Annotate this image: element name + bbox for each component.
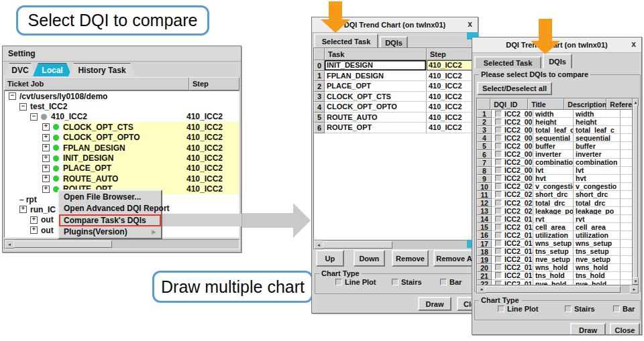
tree-row[interactable]: +PLACE_OPT410_ICC2 xyxy=(5,163,239,174)
tree-expander-icon[interactable]: + xyxy=(42,134,50,141)
scrollbar-thumb[interactable] xyxy=(633,105,638,278)
tree-expander-icon[interactable]: + xyxy=(42,155,50,162)
dqi-table-row[interactable]: 21ICC2_017tns_holdtns_hold xyxy=(477,272,633,280)
checkbox-icon[interactable] xyxy=(495,135,502,141)
chart-type-option-stairs[interactable]: Stairs xyxy=(390,278,422,286)
tree-expander-icon[interactable]: + xyxy=(42,175,50,182)
tree-expander-icon[interactable]: + xyxy=(30,237,38,238)
chart-type-option-stairs[interactable]: Stairs xyxy=(564,305,595,313)
checkbox-icon[interactable] xyxy=(392,279,398,285)
dqi-table-row[interactable]: 10ICC2_020v_congestiov_congestio xyxy=(477,183,633,191)
tree-row[interactable]: −test_ICC2 xyxy=(5,101,239,111)
tree-expander-icon[interactable]: − xyxy=(30,113,38,121)
checkbox-icon[interactable] xyxy=(495,224,502,230)
menu-item-plugins-version[interactable]: Plugins(Version)▶ xyxy=(59,226,161,238)
chart-type-option-bar[interactable]: Bar xyxy=(612,305,635,313)
close-icon[interactable]: x xyxy=(631,40,636,49)
tree-row[interactable]: +FPLAN_DESIGN410_ICC2 xyxy=(5,143,239,153)
checkbox-icon[interactable] xyxy=(495,232,502,238)
task-table-row[interactable]: 6ROUTE_OPT410_ICC2 xyxy=(314,123,478,133)
tab-history-task[interactable]: History Task xyxy=(68,63,136,76)
close-button[interactable]: Close xyxy=(610,323,640,335)
tree-expander-icon[interactable]: − xyxy=(19,103,27,111)
dqi-table-row[interactable]: 18ICC2_014tns_setuptns_setup xyxy=(477,248,633,256)
tree-row[interactable]: +ROUTE_AUTO410_ICC2 xyxy=(5,174,239,184)
dqi-table-row[interactable]: 15ICC2_011cell_areacell_area xyxy=(477,223,633,231)
dqi-table-row[interactable]: 19ICC2_015nve_setupnve_setup xyxy=(477,256,633,264)
tab-local[interactable]: Local xyxy=(33,63,72,76)
task-table-row[interactable]: 4CLOCK_OPT_OPTO410_ICC2 xyxy=(314,102,478,113)
scroll-down-icon[interactable]: ▼ xyxy=(633,277,639,285)
tree-expander-icon[interactable]: + xyxy=(42,123,50,131)
tab-selected-task[interactable]: Selected Task xyxy=(474,56,541,68)
task-table-row[interactable]: 2PLACE_OPT410_ICC2 xyxy=(314,81,478,92)
checkbox-icon[interactable] xyxy=(335,279,342,285)
scroll-left-icon[interactable]: ◄ xyxy=(314,241,323,249)
up-button[interactable]: Up xyxy=(316,250,344,267)
task-table-row[interactable]: 1FPLAN_DESIGN410_ICC2 xyxy=(314,71,478,82)
dqi-table-row[interactable]: 20ICC2_016wns_holdwns_hold xyxy=(477,264,633,272)
dqi-table-row[interactable]: 14ICC2_010rvtrvt xyxy=(477,215,633,223)
checkbox-icon[interactable] xyxy=(495,111,502,117)
task-table-row[interactable]: 5ROUTE_AUTO410_ICC2 xyxy=(314,113,478,123)
scrollbar-thumb[interactable] xyxy=(13,241,112,248)
dqi-table-row[interactable]: 3ICC2_003total_leaf_ctotal_leaf_c xyxy=(477,126,633,134)
checkbox-icon[interactable] xyxy=(495,167,502,174)
checkbox-icon[interactable] xyxy=(495,151,502,157)
scroll-left-icon[interactable]: ◄ xyxy=(5,240,14,249)
dqi-table-row[interactable]: 9ICC2_009hvthvt xyxy=(477,175,633,183)
task-table-row[interactable]: 3CLOCK_OPT_CTS410_ICC2 xyxy=(314,92,478,103)
dqi-table-row[interactable]: 6ICC2_006inverterinverter xyxy=(477,150,633,158)
scrollbar-thumb[interactable] xyxy=(323,241,392,249)
tab-selected-task[interactable]: Selected Task xyxy=(314,33,378,48)
dqi-table-row[interactable]: 13ICC2_023leakage_poleakage_po xyxy=(477,207,633,215)
checkbox-icon[interactable] xyxy=(495,119,502,125)
tree-expander-icon[interactable]: − xyxy=(9,92,16,100)
dqi-table-row[interactable]: 11ICC2_021short_drcshort_drc xyxy=(477,191,633,199)
dqi-table-row[interactable]: 1ICC2_001widthwidth xyxy=(477,110,633,118)
close-icon[interactable]: x xyxy=(468,19,472,29)
tree-row[interactable]: +CLOCK_OPT_CTS410_ICC2 xyxy=(5,122,239,132)
checkbox-icon[interactable] xyxy=(495,240,502,247)
tree-expander-icon[interactable]: + xyxy=(30,226,38,234)
dqi-table-row[interactable]: 4ICC2_004sequentialsequential xyxy=(477,134,633,142)
checkbox-icon[interactable] xyxy=(613,305,620,312)
dqi-table-row[interactable]: 8ICC2_008lvtlvt xyxy=(477,167,633,175)
dqi-table-row[interactable]: 16ICC2_012utilizationutilization xyxy=(477,231,633,239)
checkbox-icon[interactable] xyxy=(498,305,504,312)
checkbox-icon[interactable] xyxy=(495,248,502,255)
chart-type-option-line-plot[interactable]: Line Plot xyxy=(334,278,376,286)
checkbox-icon[interactable] xyxy=(495,175,502,182)
tab-dvc[interactable]: DVC xyxy=(4,63,36,76)
window1-horizontal-scrollbar[interactable]: ◄ xyxy=(313,240,478,250)
tree-row[interactable]: +CLOCK_OPT_OPTO410_ICC2 xyxy=(5,133,239,143)
dqi-table-vertical-scrollbar[interactable]: ▲ ▼ xyxy=(632,98,639,285)
tab-dqis[interactable]: DQIs xyxy=(380,36,408,48)
tree-expander-icon[interactable]: + xyxy=(42,144,50,151)
checkbox-icon[interactable] xyxy=(495,200,502,206)
scrollbar-thumb[interactable] xyxy=(485,286,621,293)
remove-button[interactable]: Remove xyxy=(392,250,429,267)
menu-item-open-advanced-dqi-report[interactable]: Open Advanced DQI Report xyxy=(59,203,161,215)
checkbox-icon[interactable] xyxy=(565,305,572,312)
window2-horizontal-scrollbar[interactable]: ◄ ► xyxy=(476,285,639,294)
chart-type-option-line-plot[interactable]: Line Plot xyxy=(496,305,538,313)
tree-expander-icon[interactable]: + xyxy=(19,206,27,213)
dqi-table-row[interactable]: 5ICC2_005bufferbuffer xyxy=(477,142,633,150)
checkbox-icon[interactable] xyxy=(440,279,447,285)
chart-type-option-bar[interactable]: Bar xyxy=(439,278,462,286)
checkbox-icon[interactable] xyxy=(495,216,502,222)
tree-row[interactable]: −/cvt/users/ly0108/demo xyxy=(5,91,239,101)
checkbox-icon[interactable] xyxy=(495,272,502,279)
task-table-row[interactable]: 0INIT_DESIGN410_ICC2 xyxy=(314,60,478,71)
menu-item-open-file-browser[interactable]: Open File Browser... xyxy=(59,191,161,203)
draw-button[interactable]: Draw xyxy=(570,323,606,335)
tab-dqis[interactable]: DQIs xyxy=(543,54,572,68)
tree-row[interactable]: −410_ICC2410_ICC2 xyxy=(5,112,239,122)
dqi-table-row[interactable]: 17ICC2_013wns_setupwns_setup xyxy=(477,240,633,248)
checkbox-icon[interactable] xyxy=(495,143,502,149)
checkbox-icon[interactable] xyxy=(495,208,502,214)
draw-button[interactable]: Draw xyxy=(418,297,451,311)
dqi-table-row[interactable]: 12ICC2_022total_drctotal_drc xyxy=(477,199,633,207)
checkbox-icon[interactable] xyxy=(495,159,502,165)
